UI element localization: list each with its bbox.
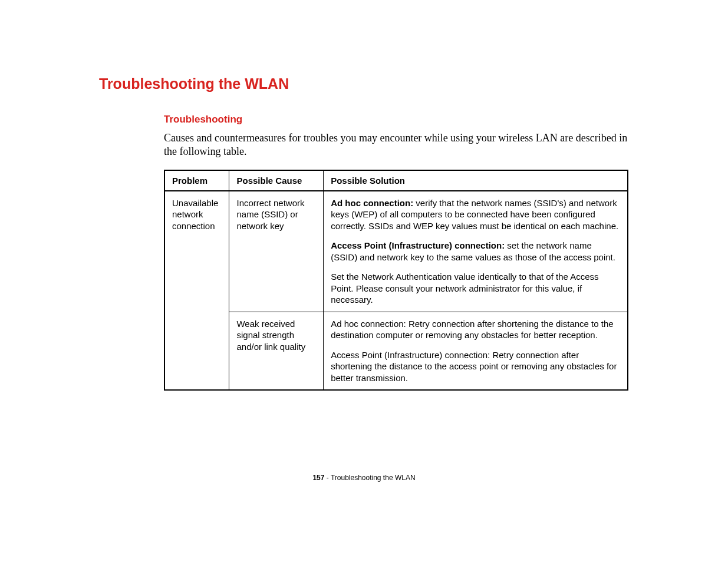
footer-title: Troubleshooting the WLAN	[331, 474, 416, 482]
page-container: Troubleshooting the WLAN Troubleshooting…	[0, 0, 728, 391]
solution-label: Ad hoc connection:	[331, 198, 413, 208]
cell-problem: Unavailable network connection	[164, 191, 229, 391]
footer-separator: -	[324, 474, 330, 482]
solution-label: Access Point (Infrastructure) connection…	[331, 240, 505, 250]
solution-block: Set the Network Authentication value ide…	[331, 271, 620, 306]
cell-cause: Weak received signal strength and/or lin…	[229, 312, 324, 390]
troubleshoot-table: Problem Possible Cause Possible Solution…	[164, 170, 628, 391]
table-header-row: Problem Possible Cause Possible Solution	[164, 170, 628, 191]
table-row: Unavailable network connection Incorrect…	[164, 191, 628, 312]
header-cause: Possible Cause	[229, 170, 324, 191]
page-number: 157	[312, 474, 324, 482]
solution-block: Access Point (Infrastructure) connection…	[331, 349, 620, 384]
header-problem: Problem	[164, 170, 229, 191]
cell-solution: Ad hoc connection: Retry connection afte…	[324, 312, 628, 390]
page-footer: 157 - Troubleshooting the WLAN	[0, 474, 728, 482]
cell-solution: Ad hoc connection: verify that the netwo…	[324, 191, 628, 312]
solution-block: Access Point (Infrastructure) connection…	[331, 240, 620, 263]
table-row: Weak received signal strength and/or lin…	[164, 312, 628, 390]
header-solution: Possible Solution	[324, 170, 628, 191]
sub-heading: Troubleshooting	[164, 114, 629, 125]
solution-block: Ad hoc connection: verify that the netwo…	[331, 197, 620, 232]
intro-paragraph: Causes and countermeasures for troubles …	[164, 131, 629, 159]
cell-cause: Incorrect network name (SSID) or network…	[229, 191, 324, 312]
main-heading: Troubleshooting the WLAN	[99, 75, 629, 92]
solution-block: Ad hoc connection: Retry connection afte…	[331, 318, 620, 341]
